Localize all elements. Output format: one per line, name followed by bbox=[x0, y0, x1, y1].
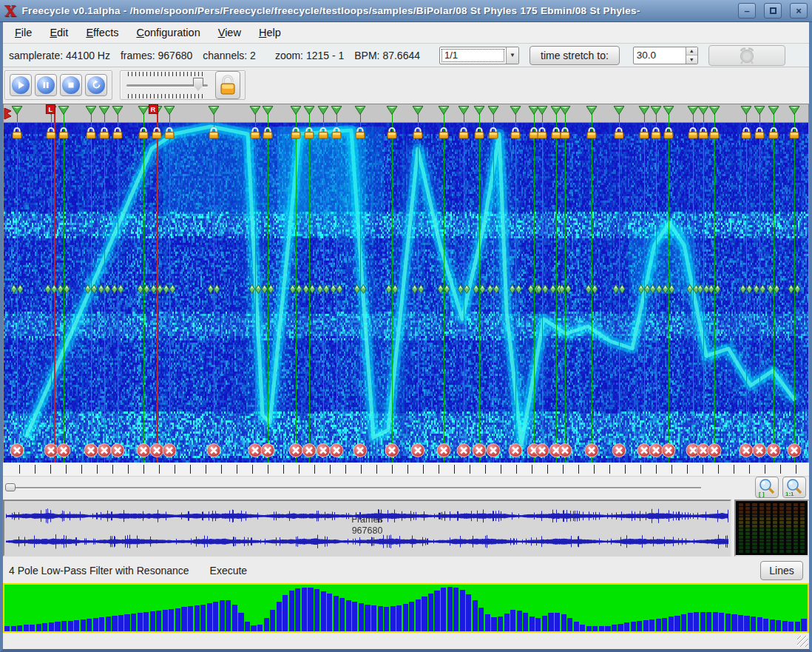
loop-left-marker[interactable]: L bbox=[46, 104, 55, 114]
slice-drag-handle-icon[interactable] bbox=[44, 284, 57, 296]
spectrogram-view[interactable]: LR bbox=[3, 104, 809, 463]
slice-lock-icon[interactable] bbox=[788, 127, 800, 141]
minimize-button[interactable]: – bbox=[738, 3, 756, 19]
slice-delete-icon[interactable] bbox=[740, 443, 754, 457]
slice-drag-handle-icon[interactable] bbox=[262, 284, 274, 296]
slice-marker-triangle-icon[interactable] bbox=[250, 105, 261, 117]
slice-delete-icon[interactable] bbox=[302, 443, 317, 457]
slider-thumb[interactable] bbox=[193, 78, 203, 91]
slice-marker-triangle-icon[interactable] bbox=[510, 105, 521, 117]
slice-delete-icon[interactable] bbox=[584, 443, 598, 457]
close-button[interactable]: × bbox=[790, 3, 808, 19]
slice-delete-icon[interactable] bbox=[56, 443, 70, 457]
menu-help[interactable]: Help bbox=[251, 24, 288, 41]
stretch-value-spinbox[interactable]: 30.0 ▲▼ bbox=[633, 47, 698, 64]
slice-marker-triangle-icon[interactable] bbox=[11, 105, 22, 117]
waveform-overview[interactable]: Frames 967680 bbox=[3, 500, 731, 557]
slice-marker-triangle-icon[interactable] bbox=[651, 105, 662, 117]
slice-drag-handle-icon[interactable] bbox=[354, 284, 367, 296]
slice-lock-icon[interactable] bbox=[386, 127, 398, 141]
slice-marker-triangle-icon[interactable] bbox=[559, 105, 570, 117]
slice-lock-icon[interactable] bbox=[11, 127, 23, 141]
slice-drag-handle-icon[interactable] bbox=[111, 284, 124, 296]
slice-drag-handle-icon[interactable] bbox=[509, 284, 521, 296]
slice-marker-triangle-icon[interactable] bbox=[331, 105, 342, 117]
slice-drag-handle-icon[interactable] bbox=[613, 284, 626, 296]
slice-lock-icon[interactable] bbox=[650, 127, 662, 141]
slice-drag-handle-icon[interactable] bbox=[558, 284, 571, 296]
slice-lock-icon[interactable] bbox=[708, 127, 720, 141]
zoom-selection-button[interactable]: [ ] bbox=[755, 477, 779, 498]
slice-lock-icon[interactable] bbox=[45, 127, 57, 141]
menu-configuration[interactable]: Configuration bbox=[129, 24, 207, 41]
slice-delete-icon[interactable] bbox=[317, 443, 331, 457]
slice-drag-handle-icon[interactable] bbox=[163, 284, 175, 296]
metronome-button[interactable] bbox=[708, 45, 785, 66]
slice-marker-triangle-icon[interactable] bbox=[473, 105, 484, 117]
slice-delete-icon[interactable] bbox=[353, 443, 368, 457]
slice-marker-triangle-icon[interactable] bbox=[754, 105, 765, 117]
slice-delete-icon[interactable] bbox=[788, 443, 802, 457]
slice-lock-icon[interactable] bbox=[208, 127, 220, 141]
slice-marker-triangle-icon[interactable] bbox=[709, 105, 720, 117]
slice-marker-triangle-icon[interactable] bbox=[163, 105, 175, 117]
slice-marker-triangle-icon[interactable] bbox=[387, 105, 398, 117]
spin-down-icon[interactable]: ▼ bbox=[686, 56, 697, 64]
resize-grip-icon[interactable] bbox=[797, 636, 808, 647]
slice-lock-icon[interactable] bbox=[613, 127, 625, 141]
slice-marker-triangle-icon[interactable] bbox=[536, 105, 547, 117]
slice-drag-handle-icon[interactable] bbox=[754, 284, 766, 296]
slice-lock-icon[interactable] bbox=[317, 127, 329, 141]
slice-lock-icon[interactable] bbox=[487, 127, 499, 141]
slice-lock-icon[interactable] bbox=[331, 127, 342, 141]
slice-lock-icon[interactable] bbox=[697, 127, 709, 141]
slice-drag-handle-icon[interactable] bbox=[487, 284, 499, 296]
slice-delete-icon[interactable] bbox=[708, 443, 722, 457]
slice-lock-icon[interactable] bbox=[85, 127, 97, 141]
slice-marker-triangle-icon[interactable] bbox=[789, 105, 800, 117]
slice-delete-icon[interactable] bbox=[84, 443, 98, 457]
slice-marker-triangle-icon[interactable] bbox=[741, 105, 752, 117]
lock-button[interactable] bbox=[215, 71, 240, 99]
slice-delete-icon[interactable] bbox=[558, 443, 572, 457]
slice-lock-icon[interactable] bbox=[262, 127, 274, 141]
slice-lock-icon[interactable] bbox=[412, 127, 424, 141]
slice-lock-icon[interactable] bbox=[638, 127, 650, 141]
slice-lock-icon[interactable] bbox=[510, 127, 521, 141]
slice-marker-triangle-icon[interactable] bbox=[318, 105, 329, 117]
menu-edit[interactable]: Edit bbox=[42, 24, 75, 41]
maximize-button[interactable] bbox=[764, 3, 782, 19]
titlebar[interactable]: X Freecycle v0.1alpha - /home/spoon/Pers… bbox=[0, 0, 812, 22]
slice-lock-icon[interactable] bbox=[138, 127, 149, 141]
play-button[interactable] bbox=[10, 74, 32, 96]
slice-drag-handle-icon[interactable] bbox=[249, 284, 262, 296]
slice-drag-handle-icon[interactable] bbox=[386, 284, 399, 296]
slice-lock-icon[interactable] bbox=[473, 127, 485, 141]
slice-drag-handle-icon[interactable] bbox=[788, 284, 801, 296]
slice-marker-triangle-icon[interactable] bbox=[355, 105, 366, 117]
slice-delete-icon[interactable] bbox=[410, 443, 424, 457]
slice-drag-handle-icon[interactable] bbox=[10, 284, 23, 296]
slice-lock-icon[interactable] bbox=[98, 127, 110, 141]
slice-marker-triangle-icon[interactable] bbox=[208, 105, 219, 117]
slice-drag-handle-icon[interactable] bbox=[411, 284, 424, 296]
spin-up-icon[interactable]: ▲ bbox=[686, 47, 697, 56]
slice-lock-icon[interactable] bbox=[438, 127, 450, 141]
slice-drag-handle-icon[interactable] bbox=[768, 284, 780, 296]
slice-marker-triangle-icon[interactable] bbox=[85, 105, 96, 117]
slice-delete-icon[interactable] bbox=[97, 443, 111, 457]
slice-delete-icon[interactable] bbox=[261, 443, 275, 457]
slice-drag-handle-icon[interactable] bbox=[57, 284, 70, 296]
slice-delete-icon[interactable] bbox=[456, 443, 470, 457]
zoom-one-to-one-button[interactable]: 1:1 bbox=[782, 477, 806, 498]
slice-lock-icon[interactable] bbox=[112, 127, 124, 141]
spinner-arrows[interactable]: ▲▼ bbox=[686, 47, 697, 64]
slice-lock-icon[interactable] bbox=[249, 127, 261, 141]
slice-delete-icon[interactable] bbox=[136, 443, 150, 457]
slice-drag-handle-icon[interactable] bbox=[708, 284, 721, 296]
time-stretch-button[interactable]: time stretch to: bbox=[530, 46, 620, 65]
slice-drag-handle-icon[interactable] bbox=[317, 284, 330, 296]
slice-delete-icon[interactable] bbox=[472, 443, 486, 457]
spectrogram[interactable] bbox=[4, 123, 808, 463]
slice-drag-handle-icon[interactable] bbox=[585, 284, 598, 296]
